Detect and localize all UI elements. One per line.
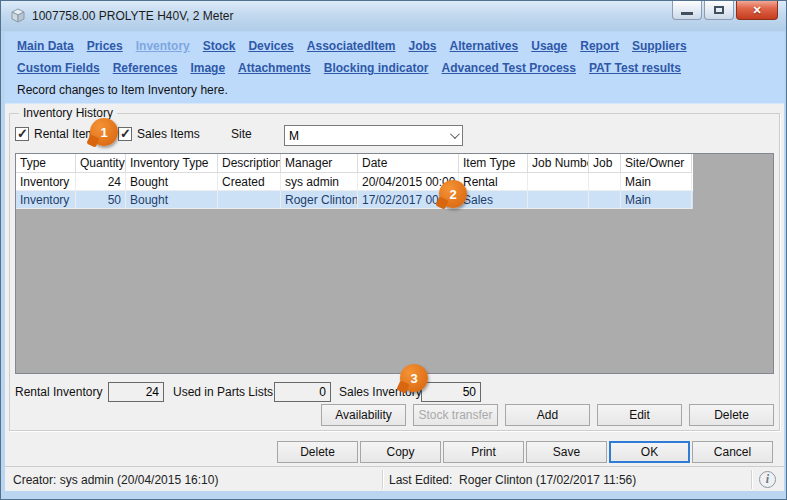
last-edited-text: Last Edited: Roger Clinton (17/02/2017 1… [389, 473, 636, 487]
site-dropdown-value: M [285, 129, 444, 143]
nav-link-image[interactable]: Image [190, 61, 225, 75]
close-icon: ✕ [752, 4, 761, 17]
info-icon[interactable]: i [759, 471, 776, 488]
nav-link-devices[interactable]: Devices [248, 39, 293, 53]
ok-button[interactable]: OK [609, 441, 690, 463]
column-header-label: Date [362, 156, 387, 170]
table-cell-type: Inventory [16, 173, 76, 191]
tab-description-text: Record changes to Item Inventory here. [17, 79, 784, 101]
rental-inventory-label: Rental Inventory [15, 385, 102, 399]
nav-link-custom-fields[interactable]: Custom Fields [17, 61, 100, 75]
table-cell-manager: sys admin [281, 173, 358, 191]
table-cell-site-owner: Main [621, 173, 692, 191]
table-cell-site-owner: Main [621, 191, 692, 209]
table-cell-quantity: 24 [76, 173, 126, 191]
column-header-label: Job Number [532, 156, 589, 170]
nav-link-usage[interactable]: Usage [531, 39, 567, 53]
maximize-icon [714, 6, 724, 14]
add-button[interactable]: Add [505, 404, 590, 426]
save-button[interactable]: Save [526, 441, 607, 463]
column-header-job[interactable]: Job [589, 154, 621, 173]
nav-link-pat-test-results[interactable]: PAT Test results [589, 61, 681, 75]
nav-link-report[interactable]: Report [580, 39, 619, 53]
item-dialog-window: 1007758.00 PROLYTE H40V, 2 Meter ✕ Main … [0, 0, 787, 500]
column-header-label: Job [593, 156, 612, 170]
maximize-button[interactable] [704, 1, 734, 20]
column-header-site-owner[interactable]: Site/Owner [621, 154, 692, 173]
status-bar: Creator: sys admin (20/04/2015 16:10) La… [5, 466, 784, 491]
table-cell-manager: Roger Clinton [281, 191, 358, 209]
column-header-description[interactable]: Description [218, 154, 281, 173]
inventory-history-table[interactable]: TypeQuantity▴Inventory TypeDescriptionMa… [15, 153, 774, 374]
status-divider [751, 470, 752, 489]
nav-link-stock[interactable]: Stock [203, 39, 236, 53]
column-header-inventory-type[interactable]: Inventory Type [126, 154, 218, 173]
used-in-parts-lists-value[interactable]: 0 [274, 382, 331, 402]
nav-panel: Main DataPricesInventoryStockDevicesAsso… [5, 32, 784, 104]
nav-link-prices[interactable]: Prices [87, 39, 123, 53]
summary-fields-row: Rental Inventory 24 Used in Parts Lists … [5, 382, 784, 402]
print-button[interactable]: Print [443, 441, 524, 463]
minimize-button[interactable] [672, 1, 702, 20]
sales-items-checkbox[interactable] [118, 127, 132, 141]
annotation-badge-3: 3 [400, 364, 428, 392]
column-header-date[interactable]: Date [358, 154, 459, 173]
table-cell-job-number [528, 191, 589, 209]
nav-link-suppliers[interactable]: Suppliers [632, 39, 687, 53]
rental-inventory-value[interactable]: 24 [108, 382, 164, 402]
nav-row-2: Custom FieldsReferencesImageAttachmentsB… [17, 57, 784, 79]
main-content: Inventory History Rental Items Sales Ite… [5, 104, 784, 466]
nav-link-blocking-indicator[interactable]: Blocking indicator [324, 61, 429, 75]
column-header-manager[interactable]: Manager [281, 154, 358, 173]
table-cell-inventory-type: Bought [126, 191, 218, 209]
table-action-buttons: AvailabilityStock transferAddEditDelete [321, 404, 774, 426]
title-bar[interactable]: 1007758.00 PROLYTE H40V, 2 Meter ✕ [1, 1, 786, 31]
window-title: 1007758.00 PROLYTE H40V, 2 Meter [32, 9, 233, 23]
column-header-label: Quantity [80, 156, 125, 170]
nav-link-jobs[interactable]: Jobs [409, 39, 437, 53]
column-header-type[interactable]: Type [16, 154, 76, 173]
close-button[interactable]: ✕ [736, 1, 778, 20]
table-cell-type: Inventory [16, 191, 76, 209]
delete-button[interactable]: Delete [277, 441, 358, 463]
nav-link-attachments[interactable]: Attachments [238, 61, 311, 75]
table-cell-job [589, 173, 621, 191]
column-header-label: Manager [285, 156, 332, 170]
cancel-button[interactable]: Cancel [692, 441, 773, 463]
table-row[interactable]: Inventory50BoughtRoger Clinton17/02/2017… [16, 191, 693, 209]
table-cell-quantity: 50 [76, 191, 126, 209]
availability-button[interactable]: Availability [321, 404, 406, 426]
nav-link-inventory[interactable]: Inventory [136, 39, 190, 53]
delete-button[interactable]: Delete [689, 404, 774, 426]
dialog-buttons: DeleteCopyPrintSaveOKCancel [277, 441, 773, 463]
table-cell-item-type: Rental [459, 173, 528, 191]
table-row[interactable]: Inventory24BoughtCreatedsys admin20/04/2… [16, 173, 693, 191]
nav-link-main-data[interactable]: Main Data [17, 39, 74, 53]
edit-button[interactable]: Edit [597, 404, 682, 426]
table-cell-inventory-type: Bought [126, 173, 218, 191]
sales-items-label: Sales Items [137, 127, 200, 141]
site-dropdown[interactable]: M [284, 125, 463, 146]
sales-inventory-value[interactable]: 50 [421, 382, 481, 402]
copy-button[interactable]: Copy [360, 441, 441, 463]
package-cube-icon [10, 8, 26, 24]
nav-link-references[interactable]: References [113, 61, 178, 75]
table-cell-job-number [528, 173, 589, 191]
column-header-label: Description [222, 156, 281, 170]
nav-link-associateditem[interactable]: AssociatedItem [307, 39, 396, 53]
annotation-badge-1: 1 [90, 118, 118, 146]
column-header-job-number[interactable]: Job Number [528, 154, 589, 173]
column-header-label: Inventory Type [130, 156, 209, 170]
column-header-item-type[interactable]: Item Type [459, 154, 528, 173]
status-divider [382, 470, 383, 489]
table-cell-description: Created [218, 173, 281, 191]
column-header-quantity[interactable]: Quantity▴ [76, 154, 126, 173]
dropdown-arrow-icon[interactable] [444, 126, 462, 145]
rental-items-checkbox[interactable] [15, 127, 29, 141]
nav-link-alternatives[interactable]: Alternatives [450, 39, 519, 53]
nav-row-1: Main DataPricesInventoryStockDevicesAsso… [17, 35, 784, 57]
column-header-label: Site/Owner [625, 156, 684, 170]
column-header-label: Item Type [463, 156, 515, 170]
nav-link-advanced-test-process[interactable]: Advanced Test Process [441, 61, 576, 75]
table-cell-item-type: Sales [459, 191, 528, 209]
